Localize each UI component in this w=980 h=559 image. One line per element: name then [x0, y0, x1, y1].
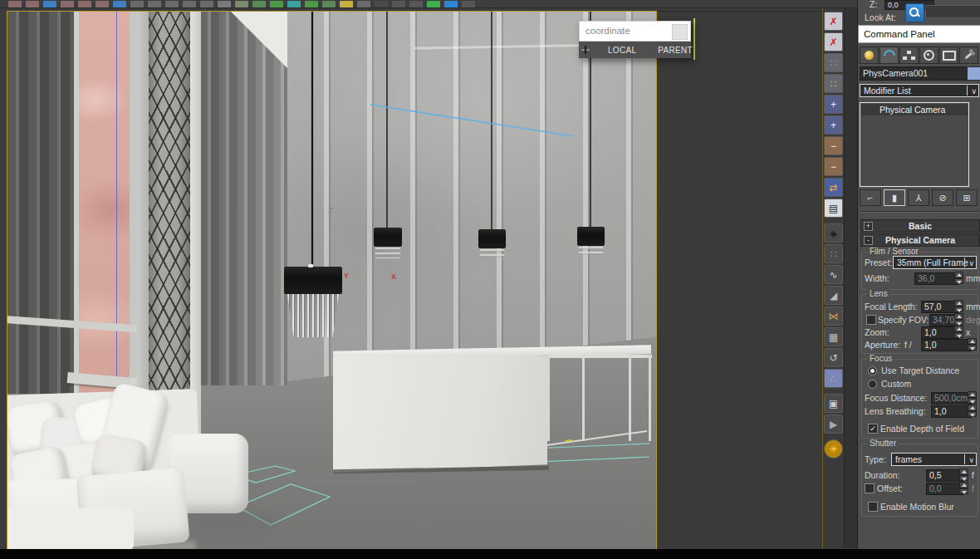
enable-motion-blur-checkbox[interactable]: [868, 502, 878, 512]
align-icon[interactable]: [165, 1, 179, 7]
particle-array-icon[interactable]: ∴: [824, 369, 843, 388]
fov-spinner[interactable]: [954, 313, 963, 326]
perspective-viewport[interactable]: Z Y X: [7, 11, 657, 550]
secondary-viewport-area[interactable]: [657, 11, 822, 549]
toggle-scene-explorer-icon[interactable]: [183, 1, 196, 7]
reception-desk[interactable]: [333, 356, 547, 473]
focus-distance-field[interactable]: 500,0cm: [931, 392, 973, 405]
spinner-snap-icon[interactable]: [96, 1, 109, 7]
toggle-layer-explorer-icon[interactable]: [200, 1, 213, 7]
remove-modifier-button[interactable]: ⊘: [932, 189, 953, 206]
mirror-modifier-icon[interactable]: ⋈: [824, 306, 843, 326]
twist-modifier-icon[interactable]: ↺: [824, 348, 843, 367]
particle-dots-dim-icon[interactable]: ∷: [824, 53, 843, 72]
ffd-box-modifier-icon[interactable]: ▦: [824, 327, 843, 346]
width-spinner[interactable]: [954, 272, 963, 284]
angle-snap-icon[interactable]: [61, 1, 74, 7]
display-tab[interactable]: [939, 47, 958, 63]
toolbar-stub-2-icon[interactable]: [409, 1, 423, 7]
prs-delete-keys-b-icon[interactable]: ✗: [824, 32, 843, 51]
configure-modifier-sets-button[interactable]: ⊞: [956, 189, 978, 206]
aperture-field[interactable]: 1,0: [921, 339, 973, 351]
boolean-union-b-icon[interactable]: +: [824, 115, 843, 135]
object-name-field[interactable]: PhysCamera001: [860, 66, 969, 81]
modifier-stack[interactable]: Physical Camera: [860, 102, 969, 187]
slice-modifier-icon[interactable]: ◢: [824, 286, 843, 305]
search-options-button[interactable]: [672, 24, 688, 40]
swap-convert-icon[interactable]: ⇄: [824, 178, 843, 197]
boolean-union-a-icon[interactable]: +: [824, 95, 843, 114]
edit-named-selection-icon[interactable]: [113, 1, 126, 7]
hierarchy-tab[interactable]: [899, 47, 919, 63]
pendant-lamp-large[interactable]: [284, 267, 342, 294]
lookat-field[interactable]: [925, 5, 980, 18]
rollout-physical-camera[interactable]: - Physical Camera: [860, 233, 980, 247]
toolbar-stub-1-icon[interactable]: [392, 1, 405, 7]
open-in-fusion-icon[interactable]: [357, 1, 370, 7]
percent-snap-icon[interactable]: [78, 1, 91, 7]
snap-toggle-1-icon[interactable]: [8, 1, 22, 7]
point-grid-helper-icon[interactable]: ◈: [824, 223, 843, 243]
zoom-spinner[interactable]: [954, 326, 963, 338]
motion-tab[interactable]: [919, 47, 938, 63]
material-editor-icon[interactable]: [270, 1, 283, 7]
search-result-local[interactable]: LOCAL: [608, 46, 636, 55]
rendered-frame-window-icon[interactable]: [305, 1, 318, 7]
lens-breathing-field[interactable]: 1,0: [931, 405, 973, 418]
rollout-basic[interactable]: + Basic: [860, 219, 980, 233]
snap-toggle-2-icon[interactable]: [26, 1, 39, 7]
boolean-subtract-a-icon[interactable]: −: [824, 136, 843, 155]
noise-spline-icon[interactable]: ∿: [824, 265, 843, 284]
mirror-icon[interactable]: [148, 1, 161, 7]
schematic-view-icon[interactable]: [252, 1, 266, 7]
search-button[interactable]: [905, 3, 924, 22]
search-result-parent[interactable]: PARENT: [658, 46, 693, 55]
cage-select-icon[interactable]: ▣: [824, 394, 843, 413]
dots-box-icon[interactable]: ∷: [824, 244, 843, 263]
create-tab[interactable]: [860, 47, 879, 63]
prs-delete-keys-a-icon[interactable]: ✗: [824, 12, 843, 31]
utilities-tab[interactable]: [959, 47, 978, 63]
calculator-icon[interactable]: ▤: [824, 199, 843, 218]
focus-distance-spinner[interactable]: [968, 391, 977, 404]
named-selection-set-icon[interactable]: [130, 1, 144, 7]
pin-stack-button[interactable]: ⌐: [860, 189, 881, 206]
shutter-type-dropdown[interactable]: frames: [891, 453, 977, 466]
make-unique-button[interactable]: ⅄: [908, 189, 929, 206]
curve-editor-icon[interactable]: [235, 1, 248, 7]
specify-fov-checkbox[interactable]: [866, 315, 876, 325]
enable-dof-checkbox[interactable]: ✓: [868, 424, 878, 434]
lamp-cord-joint: [308, 264, 313, 267]
pendant-lamp-4[interactable]: [577, 227, 605, 246]
aperture-spinner[interactable]: [968, 338, 977, 351]
apply-check-icon[interactable]: [427, 1, 440, 7]
focal-length-spinner[interactable]: [954, 300, 963, 312]
duration-spinner[interactable]: [959, 468, 968, 481]
play-preview-icon[interactable]: ▶: [824, 414, 843, 434]
render-setup-icon[interactable]: [287, 1, 301, 7]
particle-dots-icon[interactable]: ∷: [824, 74, 843, 93]
render-wheel-icon[interactable]: ✳: [824, 439, 843, 458]
show-end-result-button[interactable]: ▮: [884, 189, 905, 206]
offset-checkbox[interactable]: [865, 483, 875, 493]
render-production-icon[interactable]: [322, 1, 336, 7]
snap-toggle-active-icon[interactable]: [43, 1, 56, 7]
blue-tool-icon[interactable]: [444, 1, 458, 7]
lens-breathing-spinner[interactable]: [968, 405, 977, 417]
custom-radio[interactable]: [868, 380, 877, 389]
modifier-list-dropdown[interactable]: Modifier List: [860, 84, 979, 97]
stack-item-physical-camera[interactable]: Physical Camera: [861, 104, 968, 115]
boolean-subtract-b-icon[interactable]: −: [824, 157, 843, 176]
use-target-distance-radio[interactable]: [868, 366, 877, 375]
preset-dropdown[interactable]: 35mm (Full Frame: [893, 256, 977, 269]
pendant-lamp-2[interactable]: [374, 228, 402, 247]
width-field[interactable]: 36,0: [914, 272, 959, 285]
modify-tab[interactable]: [880, 47, 899, 63]
offset-spinner[interactable]: [959, 482, 968, 494]
render-iterative-icon[interactable]: [340, 1, 353, 7]
pendant-lamp-3[interactable]: [478, 229, 506, 248]
toolbar-stub-3-icon[interactable]: [462, 1, 475, 7]
object-color-swatch[interactable]: [967, 66, 980, 81]
separator-icon[interactable]: [375, 1, 388, 7]
toggle-ribbon-icon[interactable]: [218, 1, 231, 7]
